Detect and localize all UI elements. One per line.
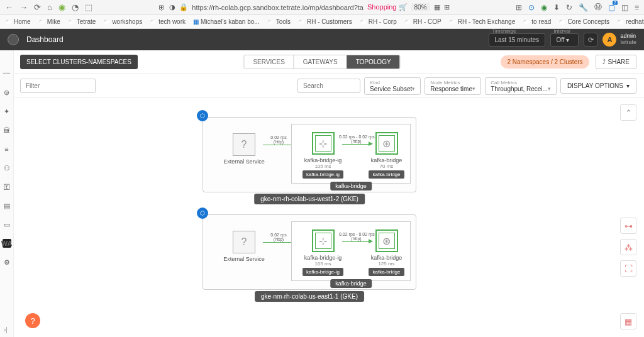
filter-input[interactable] [20, 79, 96, 93]
namespace-group[interactable]: kafka-bridge ⊹ kafka-bridge-ig 165 ms ka… [291, 221, 411, 281]
ext2-icon[interactable]: ◔ [72, 3, 79, 12]
bookmark-rh-corp[interactable]: RH - Corp [360, 18, 397, 25]
external-service-node[interactable]: ? External Service [222, 133, 266, 165]
node-metrics-dropdown[interactable]: Node Metrics Response time▾ [425, 77, 481, 95]
app-header: Dashboard Timerange Last 15 minutes Inte… [0, 29, 644, 50]
left-sidebar: 〰 ⊚ ✦ 🏛 ≡ ⚇ ⚿ ▤ ▭ WA ⚙ [0, 50, 14, 337]
sidebar-layers-icon[interactable]: ▤ [3, 201, 11, 210]
layout-radial-button[interactable]: ⁂ [620, 239, 636, 255]
service-node-bridge[interactable]: ⊛ kafka-bridge 125 ms kafka-bridge [366, 229, 407, 276]
bookmark-rh-tech[interactable]: RH - Tech Exchange [449, 18, 516, 25]
calendar-button[interactable]: ▦ [620, 313, 636, 329]
ext-icon[interactable]: ◉ [58, 3, 65, 12]
back-icon[interactable]: ← [5, 3, 13, 12]
kind-dropdown[interactable]: Kind Service Subset▾ [364, 77, 421, 95]
cluster-icon: ⬡ [197, 110, 208, 121]
bookmark-techwork[interactable]: tech work [150, 18, 186, 25]
sidebar-building-icon[interactable]: 🏛 [3, 126, 11, 135]
expand-sidebar-icon[interactable]: ›| [4, 326, 8, 333]
url-text: https://rh-colab.gcp.sandbox.tetrate.io/… [192, 4, 364, 11]
bookmark-rh-cop[interactable]: RH - COP [404, 18, 441, 25]
namespace-label: kafka-bridge [330, 279, 372, 288]
bookmark-mike[interactable]: Mike [38, 18, 60, 25]
scope-pill[interactable]: 2 Namespaces / 2 Clusters [501, 55, 589, 69]
edge-ext-to-ig [263, 242, 294, 243]
shield-icon: ⛨ [158, 4, 165, 11]
container-icon[interactable]: ▢2 [608, 3, 615, 12]
chevron-down-icon: ▾ [472, 86, 475, 92]
bookmark-tetrate[interactable]: Tetrate [68, 18, 96, 25]
zoom-level[interactable]: 80% [411, 3, 430, 11]
bookmarks-bar: Home Mike Tetrate workshops tech work Mi… [0, 15, 644, 29]
crop-button[interactable]: ⛶ [620, 260, 636, 277]
sidebar-gear-icon[interactable]: ⚙ [3, 258, 11, 267]
collapse-all-button[interactable]: ⌃ [620, 104, 636, 121]
namespace-label: kafka-bridge [330, 182, 372, 191]
refresh-button[interactable]: ⟳ [584, 33, 597, 47]
download-icon[interactable]: ⬇ [553, 3, 560, 12]
help-button[interactable]: ? [25, 313, 40, 328]
sidebar-key-icon[interactable]: ⚿ [3, 182, 11, 191]
sidebar-users-icon[interactable]: ⚇ [3, 163, 11, 172]
interval-select[interactable]: Interval Off ▾ [550, 33, 579, 47]
main-toolbar: SELECT CLUSTERS-NAMESPACES SERVICES GATE… [0, 50, 644, 74]
service-node-bridge[interactable]: ⊛ kafka-bridge 70 ms kafka-bridge [366, 132, 407, 179]
library-icon[interactable]: ◫ [621, 3, 628, 12]
grid-icon[interactable]: ⊞ [444, 3, 450, 11]
reload-icon[interactable]: ⟳ [34, 3, 41, 12]
tab-gateways[interactable]: GATEWAYS [294, 55, 347, 69]
sidebar-chart-icon[interactable]: 〰 [3, 69, 11, 78]
url-bar[interactable]: ⛨ ◑ 🔒 https://rh-colab.gcp.sandbox.tetra… [97, 3, 511, 11]
pocket-icon[interactable]: ⬚ [85, 3, 92, 12]
avatar: A [602, 33, 616, 47]
forward-icon[interactable]: → [19, 3, 28, 12]
sidebar-book-icon[interactable]: ▭ [3, 220, 11, 229]
sidebar-wa-icon[interactable]: WA [3, 239, 11, 248]
call-metrics-dropdown[interactable]: Call Metrics Throughput, Recei...▾ [485, 77, 557, 95]
home-icon[interactable]: ⌂ [47, 3, 52, 12]
user-menu[interactable]: A admin tetrate [602, 33, 636, 47]
bookmark-rh-customers[interactable]: RH - Customers [298, 18, 352, 25]
tab-topology[interactable]: TOPOLOGY [347, 55, 400, 69]
topology-canvas[interactable]: ⌃ ⊶ ⁂ ⛶ ▦ ⬡ gke-nm-rh-colab-us-west1-2 (… [14, 98, 644, 337]
apps-icon[interactable]: ⊞ [516, 3, 522, 12]
shopping-indicator[interactable]: Shopping 🛒 [367, 3, 408, 11]
select-clusters-button[interactable]: SELECT CLUSTERS-NAMESPACES [20, 55, 138, 69]
cluster-group-west[interactable]: ⬡ gke-nm-rh-colab-us-west1-2 (GKE) ? Ext… [203, 117, 416, 192]
browser-toolbar: ← → ⟳ ⌂ ◉ ◔ ⬚ ⛨ ◑ 🔒 https://rh-colab.gcp… [0, 0, 644, 15]
layout-hierarchy-button[interactable]: ⊶ [620, 218, 636, 234]
timerange-select[interactable]: Timerange Last 15 minutes [489, 33, 545, 47]
page-title: Dashboard [26, 35, 481, 44]
bookmark-tools[interactable]: Tools [267, 18, 291, 25]
bookmark-home[interactable]: Home [5, 18, 31, 25]
cluster-label: gke-nm-rh-colab-us-east1-1 (GKE) [255, 291, 364, 302]
sidebar-cluster-icon[interactable]: ⊚ [3, 88, 11, 97]
share-button[interactable]: ⤴SHARE [596, 55, 636, 69]
account-icon[interactable]: Ⓜ [594, 2, 602, 13]
menu-icon[interactable]: ≡ [635, 3, 639, 12]
ext4-icon[interactable]: ◉ [541, 3, 547, 12]
sidebar-puzzle-icon[interactable]: ✦ [3, 107, 11, 116]
tab-services[interactable]: SERVICES [244, 55, 294, 69]
app-logo-icon[interactable] [8, 34, 19, 45]
reader-icon[interactable]: ▦ [434, 3, 440, 11]
cluster-icon: ⬡ [197, 207, 208, 219]
chevron-down-icon: ▾ [548, 86, 551, 92]
bookmark-redhat[interactable]: redhat-tabs [617, 18, 644, 25]
namespace-group[interactable]: kafka-bridge ⊹ kafka-bridge-ig 105 ms ka… [291, 124, 411, 184]
bookmark-core[interactable]: Core Concepts [558, 18, 609, 25]
cluster-group-east[interactable]: ⬡ gke-nm-rh-colab-us-east1-1 (GKE) ? Ext… [203, 214, 416, 290]
search-input[interactable] [297, 79, 360, 93]
tools-icon[interactable]: 🔧 [579, 3, 588, 12]
bookmark-toread[interactable]: to read [523, 18, 551, 25]
refresh-icon: ⟳ [588, 36, 594, 44]
bookmark-kaban[interactable]: Michael's kaban bo... [193, 18, 260, 25]
sidebar-stack-icon[interactable]: ≡ [3, 145, 11, 153]
external-service-node[interactable]: ? External Service [222, 231, 266, 262]
ext3-icon[interactable]: ⊙ [528, 3, 535, 12]
history-icon[interactable]: ↻ [566, 3, 572, 12]
chevron-down-icon: ▾ [566, 36, 569, 43]
bookmark-workshops[interactable]: workshops [103, 18, 142, 25]
chevron-down-icon: ▾ [412, 86, 415, 92]
display-options-button[interactable]: DISPLAY OPTIONS▾ [560, 78, 636, 94]
